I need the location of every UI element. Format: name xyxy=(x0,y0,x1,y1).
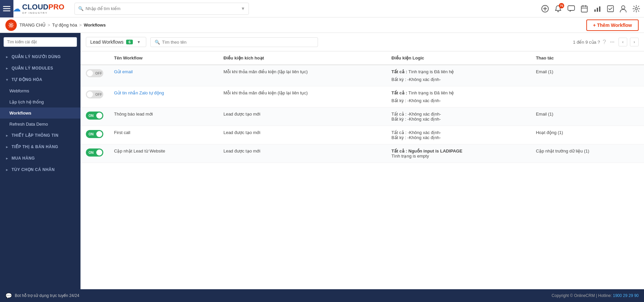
footer-chat-text: Bot hỗ trợ sử dụng trực tuyến 24/24 xyxy=(15,293,79,298)
svg-rect-1 xyxy=(3,8,10,9)
logic-all-val: Tình trạng is Đã liên hệ xyxy=(409,90,454,95)
sidebar-search-input[interactable] xyxy=(3,37,77,47)
sidebar-item-schedule[interactable]: Lập lịch hệ thống xyxy=(0,96,80,107)
toggle-off-label: OFF xyxy=(95,72,102,75)
workflow-name[interactable]: Cập nhật Lead từ Website xyxy=(114,148,165,154)
toggle-on-label: ON xyxy=(89,114,94,118)
sidebar-group-automation-label: TỰ ĐỘNG HÓA xyxy=(11,77,42,82)
breadcrumb-current: Workflows xyxy=(84,23,106,28)
logic-all-label: Tất cả : -Không xác định- xyxy=(391,112,441,117)
toggle-switch[interactable]: OFF xyxy=(86,90,103,98)
sidebar-item-workflows[interactable]: Workflows xyxy=(0,107,80,119)
workflow-search[interactable]: 🔍 xyxy=(150,37,318,47)
row-action-cell xyxy=(531,86,644,107)
sidebar-group-personal-label: TÙY CHỌN CÁ NHÂN xyxy=(11,167,55,172)
svg-rect-14 xyxy=(607,6,613,12)
cloud-icon: ☁ xyxy=(13,4,21,13)
hamburger-menu[interactable] xyxy=(0,0,13,17)
sidebar-item-workflows-label: Workflows xyxy=(9,111,32,116)
row-name-cell: Gửi tin nhắn Zalo tự động xyxy=(109,86,218,107)
sidebar-item-schedule-label: Lập lịch hệ thống xyxy=(9,99,44,104)
add-icon[interactable] xyxy=(541,5,549,12)
row-condition-cell: Mỗi khi thỏa mãn điều kiện (lặp lại liên… xyxy=(218,65,386,86)
table-row: OFF Gửi email Mỗi khi thỏa mãn điều kiện… xyxy=(80,65,644,86)
search-input[interactable] xyxy=(86,6,239,11)
chevron-right-icon: ► xyxy=(5,55,9,59)
workflow-name[interactable]: First call xyxy=(114,130,130,135)
next-page-button[interactable]: › xyxy=(630,38,639,46)
global-search[interactable]: 🔍 ▼ xyxy=(74,3,249,15)
chat-icon[interactable] xyxy=(568,5,575,12)
sidebar-group-users: ► QUẢN LÝ NGƯỜI DÙNG xyxy=(0,51,80,62)
svg-point-17 xyxy=(10,24,12,26)
user-icon[interactable] xyxy=(620,5,627,12)
workflow-dropdown-label: Lead Workflows xyxy=(90,39,123,45)
tasks-icon[interactable] xyxy=(607,5,614,12)
sidebar-item-webforms[interactable]: Webforms xyxy=(0,85,80,96)
sidebar-group-automation-header[interactable]: ▼ TỰ ĐỘNG HÓA xyxy=(0,74,80,85)
col-toggle xyxy=(80,51,109,65)
search-name-icon: 🔍 xyxy=(155,40,160,45)
toggle-switch[interactable]: ON xyxy=(86,148,103,157)
sidebar-group-modules-label: QUẢN LÝ MODULES xyxy=(11,66,53,71)
logic-any-label: Bất kỳ : -Không xác định- xyxy=(391,98,441,103)
footer-copyright: Copyright © OnlineCRM | Hotline: 1900 29… xyxy=(552,293,639,298)
row-logic-cell: Tất cả : -Không xác định- Bất kỳ : -Khôn… xyxy=(386,107,531,126)
logo: ☁ CLOUDPRO OF INDUSTRY xyxy=(13,3,64,14)
prev-page-button[interactable]: ‹ xyxy=(619,38,627,46)
svg-rect-6 xyxy=(568,6,575,10)
svg-rect-11 xyxy=(594,9,596,12)
sidebar-group-automation: ▼ TỰ ĐỘNG HÓA Webforms Lập lịch hệ thống… xyxy=(0,74,80,130)
sidebar-group-users-label: QUẢN LÝ NGƯỜI DÙNG xyxy=(11,54,61,59)
footer-hotline[interactable]: 1900 29 29 90 xyxy=(613,293,639,298)
row-logic-cell: Tất cả : Nguồn input is LADIPAGE Tình tr… xyxy=(386,144,531,163)
sidebar-group-marketing: ► TIẾP THỊ & BÁN HÀNG xyxy=(0,141,80,153)
workflow-type-dropdown[interactable]: Lead Workflows 6 ▼ xyxy=(86,37,146,47)
settings-circle-icon xyxy=(5,19,17,31)
sidebar-group-marketing-label: TIẾP THỊ & BÁN HÀNG xyxy=(11,144,58,149)
col-logic: Điều kiện Logic xyxy=(386,51,531,65)
sidebar-group-modules-header[interactable]: ► QUẢN LÝ MODULES xyxy=(0,62,80,74)
sidebar-group-purchase-header[interactable]: ► MUA HÀNG xyxy=(0,153,80,164)
row-logic-cell: Tất cả : Tình trạng is Đã liên hệ Bất kỳ… xyxy=(386,86,531,107)
sidebar-group-setup-header[interactable]: ► THIẾT LẬP THÔNG TIN xyxy=(0,130,80,141)
row-logic-cell: Tất cả : -Không xác định- Bất kỳ : -Khôn… xyxy=(386,126,531,144)
workflow-name[interactable]: Thông báo lead mới xyxy=(114,112,153,117)
notification-icon[interactable]: 75 xyxy=(555,5,561,12)
breadcrumb: TRANG CHỦ > Tự động hóa > Workflows xyxy=(19,23,106,28)
sidebar-group-marketing-header[interactable]: ► TIẾP THỊ & BÁN HÀNG xyxy=(0,141,80,153)
chart-icon[interactable] xyxy=(594,5,601,12)
search-caret-icon[interactable]: ▼ xyxy=(241,6,245,11)
row-action-cell: Email (1) xyxy=(531,107,644,126)
breadcrumb-auto[interactable]: Tự động hóa xyxy=(52,23,77,28)
calendar-icon[interactable] xyxy=(581,5,588,12)
row-toggle-cell: ON xyxy=(80,107,109,126)
workflow-table-container: Tên Workflow Điều kiện kích hoạt Điều ki… xyxy=(80,51,644,289)
row-name-cell: Cập nhật Lead từ Website xyxy=(109,144,218,163)
logo-cloud-text: CLOUD xyxy=(22,3,48,11)
workflow-table: Tên Workflow Điều kiện kích hoạt Điều ki… xyxy=(80,51,644,163)
add-workflow-button[interactable]: + Thêm Workflow xyxy=(586,19,639,31)
breadcrumb-home[interactable]: TRANG CHỦ xyxy=(19,23,46,28)
more-options-btn[interactable]: ··· xyxy=(609,39,616,45)
toggle-switch[interactable]: OFF xyxy=(86,69,103,77)
workflow-name-input[interactable] xyxy=(162,40,314,45)
sidebar-item-refresh-data[interactable]: Refresh Data Demo xyxy=(0,119,80,130)
workflow-name[interactable]: Gửi email xyxy=(114,69,133,74)
settings-icon[interactable] xyxy=(633,5,640,12)
sidebar-group-personal: ► TÙY CHỌN CÁ NHÂN xyxy=(0,164,80,175)
breadcrumb-sep1: > xyxy=(48,23,50,28)
toggle-switch[interactable]: ON xyxy=(86,130,103,138)
row-toggle-cell: ON xyxy=(80,126,109,144)
toggle-off-label2: OFF xyxy=(95,93,102,96)
sidebar-group-personal-header[interactable]: ► TÙY CHỌN CÁ NHÂN xyxy=(0,164,80,175)
sidebar-group-setup: ► THIẾT LẬP THÔNG TIN xyxy=(0,130,80,141)
sidebar-group-users-header[interactable]: ► QUẢN LÝ NGƯỜI DÙNG xyxy=(0,51,80,62)
logic-any-label: Bất kỳ : -Không xác định- xyxy=(391,77,441,82)
workflow-count-badge: 6 xyxy=(126,40,133,44)
logic-all-label: Tất cả : -Không xác định- xyxy=(391,130,441,135)
row-condition-cell: Lead được tạo mới xyxy=(218,107,386,126)
workflow-name[interactable]: Gửi tin nhắn Zalo tự động xyxy=(114,90,164,95)
toggle-switch[interactable]: ON xyxy=(86,112,103,120)
row-toggle-cell: ON xyxy=(80,144,109,163)
